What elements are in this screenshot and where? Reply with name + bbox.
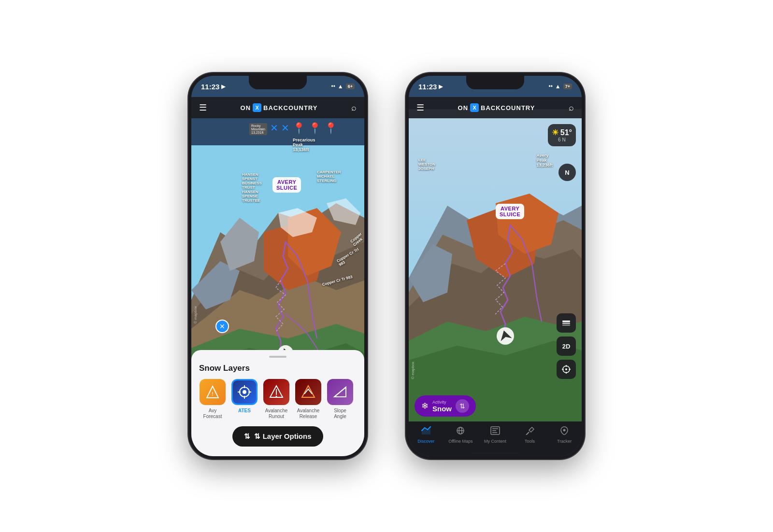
tab-tools[interactable]: Tools [513,426,547,444]
activity-bar[interactable]: ❄ Activity Snow ⇅ [415,395,476,417]
menu-icon-2[interactable]: ☰ [416,102,424,113]
layer-avalanche-runout[interactable]: AvalancheRunout [263,379,290,420]
waypoint-1[interactable]: ✕ [215,320,229,333]
weather-temp: ☀ 51° [552,128,572,137]
weather-wind: 6 N [558,137,566,142]
svg-point-61 [563,429,566,432]
carpenter-label: CARPENTERMICHAELSTERLING [317,170,341,183]
route-label-2: AVERYSLUICE [496,204,524,219]
offline-maps-icon [455,426,466,437]
layers-button[interactable] [557,313,576,333]
activity-snow-icon: ❄ [421,401,429,411]
avery-peak-label: AveryPeak13,236ft [536,153,553,168]
layer-avalanche-release[interactable]: AvalancheRelease [295,379,322,420]
svg-text:!: ! [212,392,213,397]
peak-label-1: PrecariousPeak13,136ft [293,138,315,152]
app-logo-2: ON X BACKCOUNTRY [458,103,535,112]
panel-title: Snow Layers [199,364,357,373]
svg-rect-45 [562,322,570,324]
svg-rect-44 [562,321,570,322]
search-icon-1[interactable]: ⌕ [351,103,357,113]
layer-options-button[interactable]: ⇅ ⇅ Layer Options [232,426,323,447]
svg-point-24 [276,396,277,397]
status-time-2: 11:23 ▶ [418,83,443,91]
activity-text: Activity Snow [432,400,452,413]
mapbox-credit-2: © mapbox [411,362,415,379]
right-buttons: 2D [557,313,576,379]
tab-offline-maps[interactable]: Offline Maps [444,426,478,444]
discover-icon [421,426,431,437]
land-label-1: HANSENSPENSTBUSINESSTRUSTHANSENSPENSETRU… [242,172,262,203]
layer-avy-forecast[interactable]: ! AvyForecast [199,379,226,420]
snow-layers-list: ! AvyForecast ATES AvalancheRunou [199,379,357,420]
sun-icon: ☀ [552,128,558,137]
tab-bar-2: Discover Offline Maps My Content Tools [409,421,582,456]
weather-widget: ☀ 51° 6 N [548,124,576,146]
map-pins-1: RockyMountain13,231ft ✕ ✕ 📍 📍 📍 [249,123,337,135]
tab-my-content[interactable]: My Content [478,426,513,444]
logo-x-2: X [470,103,479,112]
svg-line-60 [526,432,529,435]
app-logo-1: ON X BACKCOUNTRY [241,103,318,112]
tools-label: Tools [525,439,535,444]
notch-1 [249,76,307,89]
lee-label: LEEWESTONJOSEPH [418,158,435,171]
layer-slope-angle[interactable]: SlopeAngle [327,379,354,420]
notch-2 [466,76,524,89]
mapbox-credit-1: © mapbox [193,306,198,324]
app-header-1: ☰ ON X BACKCOUNTRY ⌕ [191,97,364,118]
svg-marker-25 [302,386,315,397]
menu-icon-1[interactable]: ☰ [199,102,207,113]
phone-2: 11:23 ▶ •• ▲ 7+ ☰ ON X BACKCOUNTRY ⌕ [406,73,585,459]
status-icons-2: •• ▲ 7+ [548,83,572,90]
layer-ates[interactable]: ATES [231,379,258,420]
tab-discover[interactable]: Discover [409,426,444,444]
activity-settings-button[interactable]: ⇅ [456,399,469,413]
phone-1: 11:23 ▶ •• ▲ 6+ ☰ ON X BACKCOUNTRY ⌕ [188,73,367,459]
waypoint-pin-1[interactable]: ✕ [215,320,229,333]
discover-label: Discover [417,439,434,444]
status-icons-1: •• ▲ 6+ [331,83,355,90]
locate-button[interactable] [557,360,576,379]
svg-rect-46 [562,324,570,326]
phone-1-screen: 11:23 ▶ •• ▲ 6+ ☰ ON X BACKCOUNTRY ⌕ [191,76,364,456]
offline-maps-label: Offline Maps [448,439,472,444]
route-label-1: AVERYSLUICE [272,177,301,193]
app-header-2: ☰ ON X BACKCOUNTRY ⌕ [409,97,582,118]
svg-point-48 [565,368,567,370]
tab-tracker[interactable]: Tracker [547,426,582,444]
my-content-icon [490,426,500,437]
svg-line-27 [334,387,346,397]
tracker-label: Tracker [557,439,572,444]
logo-x-1: X [253,103,261,112]
layer-options-icon: ⇅ [244,432,250,441]
2d-toggle-button[interactable]: 2D [557,336,576,356]
search-icon-2[interactable]: ⌕ [569,103,574,113]
my-content-label: My Content [484,439,506,444]
panel-handle[interactable] [269,356,286,358]
tracker-icon [560,426,568,437]
phone-2-screen: 11:23 ▶ •• ▲ 7+ ☰ ON X BACKCOUNTRY ⌕ [409,76,582,456]
svg-point-17 [243,390,246,394]
status-time-1: 11:23 ▶ [201,83,225,91]
snow-layers-panel: Snow Layers ! AvyForecast ATES [191,350,364,456]
tools-icon [525,426,535,437]
compass[interactable]: N [558,164,576,181]
